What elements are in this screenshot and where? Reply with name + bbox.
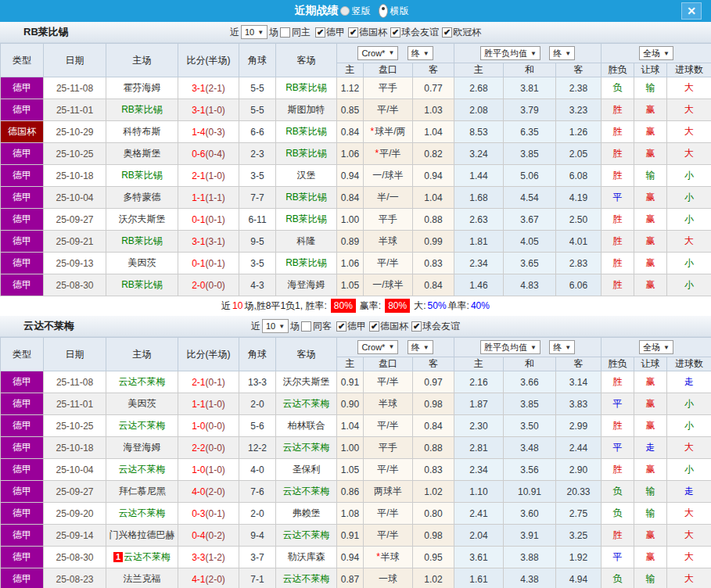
avg-home-cell: 2.30 xyxy=(454,415,504,437)
close-button[interactable]: ✕ xyxy=(681,2,702,20)
check-icon: ✔ xyxy=(392,27,399,37)
handicap-value: 平/半 xyxy=(377,257,398,268)
fulltime-score: 1-1 xyxy=(192,399,205,410)
competition-type-cell: 德甲 xyxy=(1,77,44,99)
halftime-score: (0-2) xyxy=(206,530,225,541)
away-odds-cell: 1.02 xyxy=(413,568,454,588)
recent-matches-table-team2: 类型 日期 主场 比分(半场) 角球 客场 Crow*▼ 终▼ 胜平负均值▼ 终… xyxy=(0,337,711,588)
avg-home-cell: 1.44 xyxy=(454,165,504,187)
avg-home-cell: 2.81 xyxy=(454,437,504,459)
league-checkbox-label: 德甲 xyxy=(347,320,366,333)
recent-matches-table-team1: 类型 日期 主场 比分(半场) 角球 客场 Crow*▼ 终▼ 胜平负均值▼ 终… xyxy=(0,43,711,296)
score-cell: 2-0(0-0) xyxy=(178,274,239,296)
avg-time-select[interactable]: 终▼ xyxy=(549,340,575,354)
same-venue-label: 同客 xyxy=(313,320,332,333)
goals-result-cell: 大 xyxy=(667,99,711,121)
match-row: 德甲 25-11-08 云达不莱梅 2-1(0-1) 13-3 沃尔夫斯堡 0.… xyxy=(1,371,711,393)
away-team-cell: 云达不莱梅 xyxy=(276,481,337,503)
away-team: RB莱比锡 xyxy=(285,82,327,93)
bookmaker-group: Crow*▼ 终▼ xyxy=(337,338,454,357)
orientation-radio-0[interactable]: 竖版 xyxy=(340,5,371,18)
result-cell: 胜 xyxy=(601,121,634,143)
score-cell: 2-2(0-0) xyxy=(178,437,239,459)
handicap-cell: *平/半 xyxy=(364,253,413,274)
period-select[interactable]: 全场▼ xyxy=(639,46,673,60)
league-checkbox[interactable]: ✔ xyxy=(390,27,400,38)
bookmaker-select-value: Crow* xyxy=(361,342,385,352)
avg-away-cell: 4.94 xyxy=(556,568,601,588)
goals-result-cell: 大 xyxy=(667,525,711,547)
goals-result-cell: 小 xyxy=(667,165,711,187)
avg-draw-cell: 3.88 xyxy=(504,547,556,568)
away-team-cell: 柏林联合 xyxy=(276,415,337,437)
check-icon: ✔ xyxy=(371,321,378,331)
period-select-value: 全场 xyxy=(643,342,660,353)
handicap-star: * xyxy=(370,126,374,137)
away-odds-cell: 0.83 xyxy=(413,253,454,274)
handicap-result-cell: 赢 xyxy=(634,231,667,253)
league-checkbox[interactable]: ✔ xyxy=(315,27,325,38)
away-odds-cell: 0.82 xyxy=(413,143,454,165)
col-type: 类型 xyxy=(1,44,44,77)
corners-cell: 7-7 xyxy=(239,187,276,209)
handicap-cell: *平/半 xyxy=(364,459,413,481)
away-team: 云达不莱梅 xyxy=(283,529,330,540)
league-checkbox[interactable]: ✔ xyxy=(411,321,422,332)
period-select[interactable]: 全场▼ xyxy=(639,340,673,354)
score-cell: 3-1(3-1) xyxy=(178,231,239,253)
result-cell: 胜 xyxy=(601,231,634,253)
odds-time-select[interactable]: 终▼ xyxy=(408,340,433,354)
league-checkbox[interactable]: ✔ xyxy=(348,27,358,38)
avg-away-cell: 2.05 xyxy=(556,143,601,165)
away-team-cell: 斯图加特 xyxy=(276,99,337,121)
avg-odds-select[interactable]: 胜平负均值▼ xyxy=(480,340,540,354)
away-team-cell: 勒沃库森 xyxy=(276,547,337,568)
league-checkbox[interactable]: ✔ xyxy=(336,321,347,332)
league-checkbox[interactable]: ✔ xyxy=(369,321,379,332)
col-date: 日期 xyxy=(44,338,106,371)
handicap-value: 平/半 xyxy=(377,104,398,115)
competition-type-cell: 德甲 xyxy=(1,525,44,547)
league-checkbox-label: 德国杯 xyxy=(359,26,387,39)
bookmaker-select[interactable]: Crow*▼ xyxy=(357,46,398,60)
odds-time-value: 终 xyxy=(411,342,420,353)
avg-draw-cell: 4.05 xyxy=(504,231,556,253)
col-home-odds: 主 xyxy=(337,357,364,371)
match-date: 25-08-30 xyxy=(44,274,106,296)
match-count-select[interactable]: 10▼ xyxy=(241,25,268,39)
result-cell: 胜 xyxy=(601,143,634,165)
avg-home-cell: 1.68 xyxy=(454,187,504,209)
same-venue-checkbox[interactable] xyxy=(301,321,311,332)
odds-time-select[interactable]: 终▼ xyxy=(408,46,433,60)
avg-odds-select[interactable]: 胜平负均值▼ xyxy=(480,46,540,60)
competition-type-cell: 德甲 xyxy=(1,371,44,393)
score-cell: 1-1(1-1) xyxy=(178,187,239,209)
match-date: 25-10-29 xyxy=(44,121,106,143)
match-count-select[interactable]: 10▼ xyxy=(262,319,289,333)
home-team-cell: RB莱比锡 xyxy=(106,99,178,121)
avg-draw-cell: 4.54 xyxy=(504,187,556,209)
avg-home-cell: 2.16 xyxy=(454,371,504,393)
result-cell: 胜 xyxy=(601,371,634,393)
avg-home-cell: 1.81 xyxy=(454,231,504,253)
home-team: 海登海姆 xyxy=(124,442,161,453)
league-checkbox[interactable]: ✔ xyxy=(442,27,452,38)
halftime-score: (0-0) xyxy=(206,443,225,454)
summary-single-label: 单率: xyxy=(448,300,469,311)
away-team-cell: RB莱比锡 xyxy=(276,121,337,143)
avg-draw-cell: 6.35 xyxy=(504,121,556,143)
goals-result-cell: 大 xyxy=(667,503,711,525)
home-team-cell: 云达不莱梅 xyxy=(106,459,178,481)
col-handicap-result: 让球 xyxy=(634,63,667,77)
result-cell: 胜 xyxy=(601,525,634,547)
bookmaker-select[interactable]: Crow*▼ xyxy=(357,340,398,354)
avg-away-cell: 3.25 xyxy=(556,525,601,547)
handicap-result-cell: 输 xyxy=(634,568,667,588)
score-cell: 2-1(1-0) xyxy=(178,165,239,187)
orientation-radio-1[interactable]: 横版 xyxy=(379,4,409,18)
avg-time-select[interactable]: 终▼ xyxy=(549,46,575,60)
home-team-cell: 云达不莱梅 xyxy=(106,371,178,393)
corners-cell: 5-5 xyxy=(239,77,276,99)
same-venue-checkbox[interactable] xyxy=(280,27,290,38)
score-cell: 4-0(2-0) xyxy=(178,481,239,503)
